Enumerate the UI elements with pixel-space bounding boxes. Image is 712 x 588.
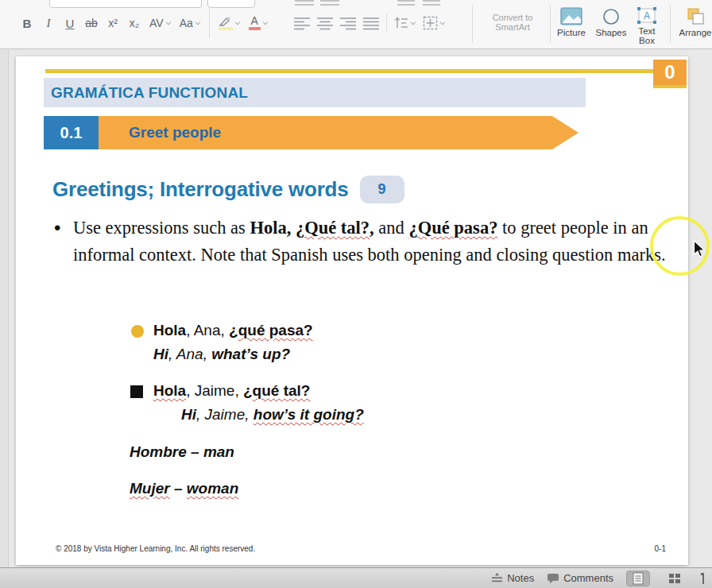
- columns-icon: [423, 16, 438, 30]
- paragraph-text: Use expressions such as Hola, ¿Qué tal?,…: [73, 215, 675, 269]
- example1-spanish[interactable]: Hola, Ana, ¿qué pasa?: [153, 319, 313, 342]
- mouse-cursor-icon: [693, 240, 706, 258]
- gold-accent-line: [45, 69, 654, 73]
- canvas-left-edge: [0, 50, 9, 567]
- clipped-icon: [320, 0, 339, 6]
- status-bar: Notes Comments: [0, 567, 712, 588]
- slide-sorter-view-button[interactable]: [663, 571, 687, 586]
- text-direction-icon: [394, 16, 408, 30]
- picture-label: Picture: [555, 28, 588, 37]
- chevron-down-icon: [235, 19, 240, 24]
- slide-heading: Greetings; Interrogative words: [52, 177, 349, 202]
- justify-button[interactable]: [363, 17, 379, 30]
- clipped-icon: [397, 0, 415, 6]
- chevron-down-icon: [440, 19, 445, 24]
- example2-english[interactable]: Hi, Jaime, how’s it going?: [181, 403, 364, 427]
- example1-english[interactable]: Hi, Ana, what’s up?: [153, 342, 290, 366]
- text-box-label-line2: Box: [634, 36, 660, 45]
- example2-spanish[interactable]: Hola, Jaime, ¿qué tal?: [153, 379, 310, 403]
- character-spacing-button[interactable]: AV: [149, 13, 171, 33]
- align-center-button[interactable]: [317, 17, 333, 30]
- notes-label: Notes: [507, 572, 534, 584]
- gold-bullet-icon: [131, 325, 144, 338]
- clipped-icon: [423, 0, 440, 6]
- arrange-label: Arrange: [675, 28, 712, 37]
- shapes-button[interactable]: Shapes: [593, 14, 629, 37]
- highlight-color-swatch: [219, 27, 233, 30]
- notes-button[interactable]: Notes: [491, 572, 534, 584]
- align-right-button[interactable]: [340, 17, 356, 30]
- bold-button[interactable]: B: [21, 13, 33, 33]
- slide-page-number[interactable]: 0-1: [655, 544, 666, 553]
- shapes-label: Shapes: [593, 28, 629, 37]
- bullet-dot: •: [54, 215, 73, 269]
- slide-corner-number[interactable]: 0: [653, 60, 687, 88]
- square-bullet-icon: [130, 385, 143, 398]
- picture-button[interactable]: Picture: [555, 14, 588, 37]
- change-case-label: Aa: [180, 17, 193, 29]
- shapes-icon: [602, 7, 621, 26]
- font-size-input[interactable]: [207, 0, 255, 8]
- copyright-text[interactable]: © 2018 by Vista Higher Learning, Inc. Al…: [56, 544, 255, 553]
- text-box-icon: A: [637, 7, 657, 25]
- underline-button[interactable]: U: [64, 13, 76, 33]
- toolbar-divider: [472, 5, 473, 43]
- clipped-view-icon: [696, 572, 704, 585]
- normal-view-button[interactable]: [626, 571, 650, 586]
- chevron-down-icon: [165, 19, 170, 24]
- convert-to-smartart-button[interactable]: Convert to SmartArt: [480, 13, 545, 32]
- clipped-icon: [295, 0, 314, 6]
- picture-icon: [559, 7, 584, 26]
- align-left-button[interactable]: [294, 17, 310, 30]
- character-spacing-label: AV: [149, 17, 164, 29]
- chevron-down-icon: [411, 19, 416, 24]
- arrange-button[interactable]: Arrange: [675, 14, 712, 37]
- kicker-band[interactable]: GRAMÁTICA FUNCTIONAL: [44, 78, 586, 107]
- svg-text:A: A: [644, 10, 650, 21]
- toolbar-divider: [670, 5, 671, 43]
- superscript-button[interactable]: x²: [106, 13, 119, 33]
- font-name-input[interactable]: [49, 0, 202, 8]
- convert-label-line1: Convert to: [480, 13, 545, 22]
- columns-button[interactable]: [423, 13, 445, 33]
- heading-badge: 9: [360, 176, 404, 203]
- text-box-label-line1: Text: [634, 26, 660, 36]
- vocab-hombre[interactable]: Hombre – man: [130, 440, 234, 464]
- convert-label-line2: SmartArt: [480, 22, 545, 32]
- italic-button[interactable]: I: [42, 13, 55, 33]
- font-color-button[interactable]: A: [249, 13, 268, 33]
- chevron-down-icon: [195, 19, 200, 24]
- ribbon-toolbar: B I U ab x² x₂ AV Aa A: [0, 0, 712, 49]
- text-highlight-button[interactable]: [219, 13, 240, 33]
- vocab-mujer[interactable]: Mujer – woman: [130, 477, 238, 501]
- change-case-button[interactable]: Aa: [180, 13, 200, 33]
- slide-sorter-icon: [669, 574, 680, 583]
- section-number: 0.1: [44, 116, 99, 149]
- slide-heading-row[interactable]: Greetings; Interrogative words 9: [52, 176, 404, 203]
- section-title: Greet people: [99, 124, 221, 141]
- bullet-paragraph[interactable]: • Use expressions such as Hola, ¿Qué tal…: [54, 215, 675, 269]
- toolbar-divider: [209, 8, 210, 38]
- section-arrow: Greet people: [99, 116, 552, 149]
- comments-label: Comments: [563, 572, 613, 584]
- editing-canvas: 0 GRAMÁTICA FUNCTIONAL 0.1 Greet people …: [0, 50, 712, 567]
- comments-button[interactable]: Comments: [547, 572, 613, 584]
- slide[interactable]: 0 GRAMÁTICA FUNCTIONAL 0.1 Greet people …: [16, 56, 688, 565]
- toolbar-divider: [386, 14, 387, 33]
- font-color-letter: A: [251, 16, 258, 26]
- highlighter-icon: [219, 16, 232, 26]
- text-direction-button[interactable]: [394, 13, 416, 33]
- chevron-down-icon: [263, 19, 268, 24]
- normal-view-icon: [633, 572, 644, 585]
- arrange-icon: [686, 7, 705, 26]
- notes-icon: [491, 573, 503, 583]
- kicker-title: GRAMÁTICA FUNCTIONAL: [44, 84, 248, 102]
- text-box-button[interactable]: A Text Box: [634, 14, 660, 45]
- font-color-swatch: [249, 27, 261, 30]
- subscript-button[interactable]: x₂: [128, 13, 141, 33]
- toolbar-divider: [550, 5, 551, 43]
- comments-icon: [547, 573, 559, 584]
- strikethrough-button[interactable]: ab: [85, 13, 98, 33]
